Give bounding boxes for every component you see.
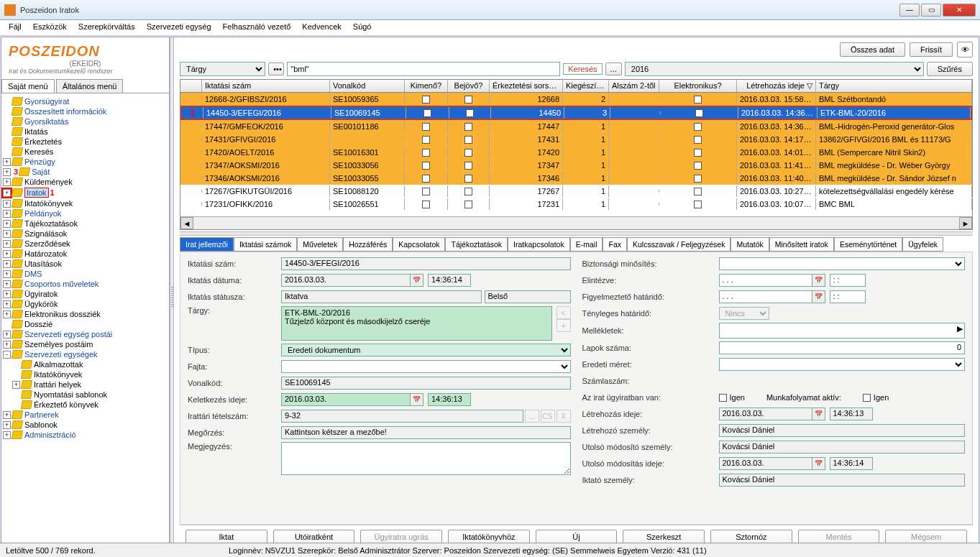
menu-felhasznalo[interactable]: Felhasználó vezető: [217, 20, 297, 35]
tree-label[interactable]: Alkalmazottak: [34, 360, 83, 369]
tree-node[interactable]: Alkalmazottak: [3, 359, 168, 369]
checkbox[interactable]: [464, 136, 472, 144]
checkbox[interactable]: [464, 123, 472, 131]
menu-szervezeti[interactable]: Szervezeti egység: [141, 20, 217, 35]
tree-node[interactable]: Érkeztetés: [3, 137, 168, 147]
tree-node[interactable]: +Szervezeti egység postái: [3, 329, 168, 339]
expand-icon[interactable]: +: [3, 178, 11, 186]
expand-icon[interactable]: +: [3, 421, 11, 429]
osszes-adat-button[interactable]: Összes adat: [840, 42, 905, 57]
tree-node[interactable]: +Partnerek: [3, 410, 168, 420]
expand-icon[interactable]: +: [3, 189, 11, 197]
tree-label[interactable]: Csoportos műveletek: [24, 280, 99, 288]
tree-node[interactable]: Iktatókönyvek: [3, 369, 168, 379]
tree-node[interactable]: +Ügykörök: [3, 299, 168, 309]
tree-node[interactable]: +Pénzügy: [3, 157, 168, 167]
filter-dots-button[interactable]: •••: [268, 63, 284, 75]
tree-label[interactable]: DMS: [24, 270, 42, 278]
checkbox[interactable]: [422, 188, 430, 195]
search-button[interactable]: Keresés: [563, 63, 602, 75]
col-bejovo[interactable]: Bejövő?: [448, 80, 490, 92]
menu-kedvencek[interactable]: Kedvencek: [296, 20, 347, 35]
menu-szerepkorvaltas[interactable]: Szerepkörváltás: [73, 20, 141, 35]
tree-label[interactable]: Partnerek: [24, 410, 59, 419]
tree-label[interactable]: Ügykörök: [24, 300, 58, 308]
elint-time[interactable]: : :: [830, 274, 866, 287]
calendar-icon[interactable]: 📅: [812, 290, 825, 303]
checkbox[interactable]: [464, 149, 472, 157]
expand-icon[interactable]: +: [3, 260, 11, 268]
tree-label[interactable]: Keresés: [24, 147, 53, 156]
kelet-time[interactable]: 14:36:13: [428, 393, 471, 406]
mell-field[interactable]: ▶: [719, 323, 966, 339]
expand-icon[interactable]: +: [3, 280, 11, 288]
tab-iratkapcsolatok[interactable]: Iratkapcsolatok: [508, 237, 570, 252]
tree-node[interactable]: +3Saját: [3, 167, 168, 177]
expand-icon[interactable]: +: [3, 341, 11, 349]
tree-label[interactable]: Dosszié: [24, 320, 52, 328]
expand-icon[interactable]: +: [3, 310, 11, 318]
calendar-icon[interactable]: 📅: [411, 274, 423, 287]
tree-node[interactable]: +Határozatok: [3, 249, 168, 259]
expand-icon[interactable]: +: [3, 158, 11, 166]
checkbox[interactable]: [422, 96, 430, 103]
tree-node[interactable]: Keresés: [3, 147, 168, 157]
checkbox[interactable]: [466, 109, 474, 117]
expand-icon[interactable]: +: [3, 200, 11, 208]
menu-eszkozok[interactable]: Eszközök: [27, 20, 73, 35]
col-letrehozas[interactable]: Létrehozás ideje ▽: [737, 80, 816, 92]
table-row[interactable]: 17420/AOELT/2016SE100163011742012016.03.…: [180, 146, 972, 159]
targy-textarea[interactable]: ETK-BML-20/2016Tűzjelző központ és másod…: [281, 306, 552, 341]
checkbox[interactable]: [423, 109, 431, 117]
col-iktatasi[interactable]: Iktatási szám: [202, 80, 330, 92]
maximize-button[interactable]: ▭: [921, 4, 941, 17]
checkbox[interactable]: [422, 162, 430, 170]
targy-plus-button[interactable]: +: [557, 319, 571, 332]
table-row[interactable]: 17347/AOKSMI/2016SE100330561734712016.03…: [180, 159, 972, 172]
kelet-date[interactable]: 2016.03.03.: [281, 393, 411, 406]
calendar-icon[interactable]: 📅: [812, 408, 825, 420]
tree-node[interactable]: +Személyes postáim: [3, 339, 168, 349]
checkbox[interactable]: [694, 96, 702, 103]
checkbox[interactable]: [464, 96, 472, 103]
tree-node[interactable]: +Példányok: [3, 208, 168, 218]
tree-label[interactable]: Szerződések: [24, 239, 70, 248]
lapok-value[interactable]: 0: [719, 341, 966, 354]
checkbox[interactable]: [694, 123, 702, 131]
tree-node[interactable]: Iktatás: [3, 126, 168, 137]
splitter-horizontal[interactable]: [180, 231, 973, 236]
itsz-cs-button[interactable]: CS: [541, 410, 555, 423]
tab-esemenytortenet[interactable]: Eseménytörténet: [834, 237, 902, 252]
checkbox[interactable]: [694, 149, 702, 157]
tree-label[interactable]: Saját: [32, 167, 50, 176]
tree-node[interactable]: +Elektronikus dossziék: [3, 309, 168, 319]
tree-label[interactable]: Elektronikus dossziék: [24, 310, 101, 318]
tree-label[interactable]: Iktatókönyvek: [34, 370, 82, 379]
expand-icon[interactable]: +: [3, 300, 11, 308]
checkbox[interactable]: [464, 201, 472, 208]
tree-tab-sajat[interactable]: Saját menü: [1, 79, 55, 93]
filter-field-select[interactable]: Tárgy: [180, 62, 265, 76]
expand-icon[interactable]: +: [3, 210, 11, 218]
table-row[interactable]: 17267/GFIKUTGÜI/2016SE100881201726712016…: [180, 185, 972, 198]
menu-fajl[interactable]: Fájl: [3, 20, 27, 35]
year-select[interactable]: 2016: [625, 62, 924, 76]
checkbox[interactable]: [694, 136, 702, 144]
close-button[interactable]: ✕: [943, 4, 976, 17]
azirat-checkbox[interactable]: [719, 394, 727, 402]
tab-tajekoztatasok[interactable]: Tájékoztatások: [445, 237, 508, 252]
elint-date[interactable]: . . .: [719, 274, 812, 287]
table-row[interactable]: 214450-3/EFEGI/2016SE100691451445032016.…: [180, 106, 972, 120]
col-elektronikus[interactable]: Elektronikus?: [659, 80, 737, 92]
tree-node[interactable]: +Iktatókönyvek: [3, 198, 168, 208]
tree-label[interactable]: Irattári helyek: [34, 380, 81, 389]
table-row[interactable]: 12668-2/GFIBSZI/2016SE100593651266822016…: [180, 93, 972, 106]
tab-minositett[interactable]: Minősített iratok: [769, 237, 834, 252]
expand-icon[interactable]: +: [3, 290, 11, 298]
tree-label[interactable]: Határozatok: [24, 249, 67, 258]
nav-tree[interactable]: GyorsügyiratÖsszesített információkGyors…: [1, 93, 169, 546]
checkbox[interactable]: [422, 123, 430, 131]
col-vonalkod[interactable]: Vonalkód: [330, 80, 405, 92]
tree-label[interactable]: Példányok: [24, 209, 61, 218]
tree-node[interactable]: Gyorsiktatás: [3, 116, 168, 126]
